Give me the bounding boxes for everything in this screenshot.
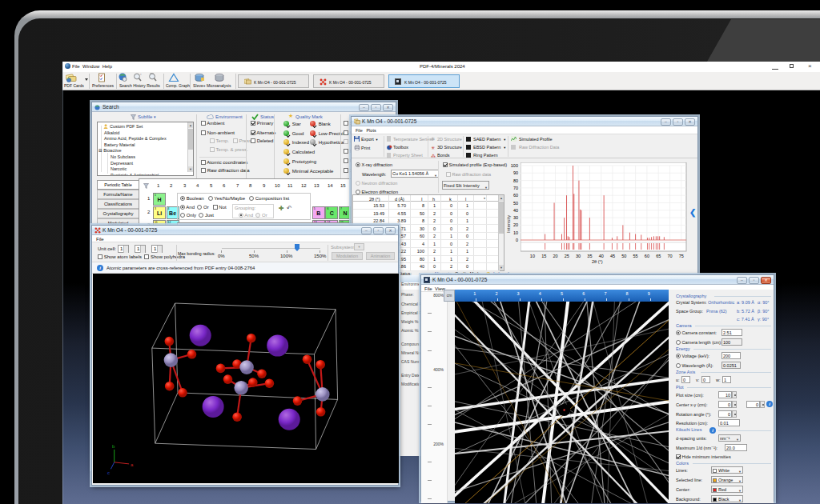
svg-text:°: ° (140, 73, 142, 77)
svg-text:b: b (112, 444, 115, 449)
svg-text:a: a (131, 462, 134, 467)
svg-text:c: c (107, 470, 110, 475)
